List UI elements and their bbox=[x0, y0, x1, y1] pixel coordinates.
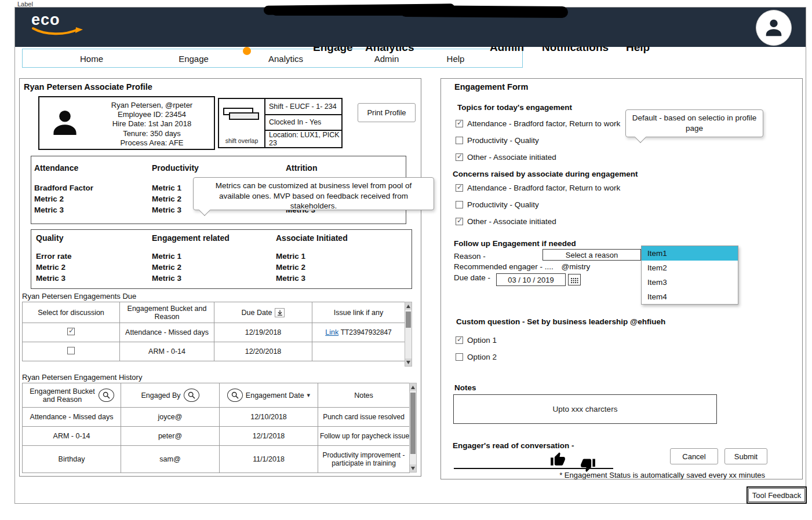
issue-ref: TT23947932847 bbox=[341, 328, 392, 336]
scroll-up-button[interactable] bbox=[405, 302, 412, 310]
reason-dropdown: Item1 Item2 Item3 Item4 bbox=[641, 246, 738, 305]
option-checkbox[interactable] bbox=[456, 336, 463, 344]
thumbs-up-button[interactable] bbox=[550, 452, 566, 470]
sort-caret-icon[interactable]: ▾ bbox=[307, 391, 311, 399]
metric-col-header: Associate Initiated bbox=[276, 233, 348, 243]
vertical-scrollbar[interactable] bbox=[409, 383, 417, 473]
history-notes-cell: Punch card issue resolved bbox=[318, 408, 410, 427]
submit-button[interactable]: Submit bbox=[724, 448, 767, 464]
nav-tab-analytics[interactable]: Analytics bbox=[268, 54, 303, 64]
due-date-input[interactable]: 03 / 10 / 2019 bbox=[496, 273, 566, 286]
due-date-value: 03 / 10 / 2019 bbox=[508, 276, 554, 284]
metric-item: Metric 3 bbox=[34, 204, 93, 215]
due-issue-cell: Link TT23947932847 bbox=[312, 323, 405, 342]
notes-textarea[interactable]: Upto xxx charcters bbox=[453, 394, 717, 424]
shift-overlap-sketch-icon bbox=[221, 104, 264, 127]
nav-remnant: Notifications bbox=[542, 46, 617, 55]
due-bucket-cell: ARM - 0-14 bbox=[120, 342, 214, 361]
option-label: Option 1 bbox=[467, 336, 497, 345]
nav-tab-engage[interactable]: Engage bbox=[179, 54, 209, 64]
history-notes-cell: Productivity improvement - participate i… bbox=[318, 446, 410, 473]
nav-tab-help[interactable]: Help bbox=[447, 54, 465, 64]
due-header-bucket[interactable]: Engagement Bucket and Reason bbox=[120, 302, 214, 323]
history-engaged-by-cell: joyce@ bbox=[121, 408, 220, 427]
nav-tab-home[interactable]: Home bbox=[80, 54, 103, 64]
due-header-duedate[interactable]: Due Date bbox=[214, 302, 312, 323]
thumbs-down-icon bbox=[580, 457, 596, 473]
metric-col-header: Quality bbox=[36, 233, 72, 243]
topic-checkbox[interactable] bbox=[456, 137, 463, 144]
main-nav: Home Engage Analytics Admin Help bbox=[22, 49, 523, 68]
reason-select[interactable]: Select a reason bbox=[542, 249, 641, 261]
dropdown-item[interactable]: Item4 bbox=[642, 290, 738, 304]
history-date-cell: 11/1/2018 bbox=[220, 446, 318, 473]
scroll-down-button[interactable] bbox=[410, 464, 416, 472]
due-header-select[interactable]: Select for discussion bbox=[23, 302, 120, 323]
history-header-notes[interactable]: Notes bbox=[318, 383, 410, 408]
notes-heading: Notes bbox=[454, 383, 476, 392]
row-checkbox[interactable] bbox=[67, 328, 75, 335]
metric-item: Metric 1 bbox=[152, 182, 199, 193]
history-notes-cell: Follow up for paycheck issue bbox=[318, 427, 410, 446]
follow-up-heading: Follow up Engagement if needed bbox=[454, 239, 576, 248]
scrollbar-thumb[interactable] bbox=[410, 393, 416, 454]
concern-label: Attendance - Bradford factor, Return to … bbox=[467, 184, 620, 192]
scroll-down-button[interactable] bbox=[405, 358, 412, 366]
nav-remnant: Analytics bbox=[365, 46, 423, 55]
history-header-engaged-by[interactable]: Engaged By bbox=[121, 383, 220, 408]
history-header-date[interactable]: Engagement Date ▾ bbox=[220, 383, 318, 408]
calendar-grid-icon bbox=[570, 276, 578, 283]
scrollbar-thumb[interactable] bbox=[406, 312, 411, 328]
recommended-engager-value[interactable]: @mistry bbox=[562, 262, 591, 271]
metric-col-header: Attendance bbox=[34, 163, 93, 173]
search-icon[interactable] bbox=[227, 389, 243, 402]
engagement-history-table: Engagement Bucket and Reason Engaged By bbox=[22, 383, 410, 473]
issue-link[interactable]: Link bbox=[325, 328, 338, 336]
history-header-bucket[interactable]: Engagement Bucket and Reason bbox=[23, 383, 121, 408]
topic-checkbox[interactable] bbox=[456, 153, 463, 161]
dropdown-item[interactable]: Item2 bbox=[642, 261, 738, 275]
topics-heading: Topics for today's engagement bbox=[457, 103, 572, 112]
concern-checkbox[interactable] bbox=[456, 184, 463, 192]
engagements-due-title: Ryan Petersen Engagements Due bbox=[22, 292, 136, 301]
concern-checkbox[interactable] bbox=[456, 201, 463, 208]
search-icon[interactable] bbox=[99, 389, 114, 402]
print-profile-button[interactable]: Print Profile bbox=[358, 103, 416, 122]
topic-checkbox[interactable] bbox=[456, 120, 463, 127]
calendar-button[interactable] bbox=[568, 274, 581, 285]
user-icon bbox=[763, 17, 785, 39]
shift-card: shift overlap Shift - EUCF - 1- 234 Cloc… bbox=[218, 98, 343, 148]
metric-item: Metric 2 bbox=[152, 193, 199, 204]
search-icon[interactable] bbox=[184, 389, 199, 402]
nav-tab-admin[interactable]: Admin bbox=[374, 54, 399, 64]
read-underline bbox=[454, 468, 613, 469]
due-header-issue[interactable]: Issue link if any bbox=[312, 302, 405, 323]
due-select-cell[interactable] bbox=[23, 342, 120, 361]
eco-logo[interactable]: eco bbox=[31, 11, 83, 37]
dropdown-item[interactable]: Item3 bbox=[642, 275, 738, 290]
avatar[interactable] bbox=[756, 10, 792, 46]
metrics-tooltip: Metrics can be customized at business le… bbox=[193, 177, 434, 210]
due-select-cell[interactable] bbox=[23, 323, 120, 342]
history-bucket-cell: ARM - 0-14 bbox=[23, 427, 121, 446]
dropdown-item[interactable]: Item1 bbox=[642, 246, 738, 261]
metrics-tooltip-text: Metrics can be customized at business le… bbox=[194, 178, 434, 210]
cancel-button[interactable]: Cancel bbox=[670, 448, 718, 464]
history-bucket-cell: Attendance - Missed days bbox=[23, 408, 121, 427]
sort-down-icon[interactable] bbox=[275, 308, 285, 317]
row-checkbox[interactable] bbox=[67, 347, 75, 354]
topic-label: Attendance - Bradford factor, Return to … bbox=[467, 119, 620, 128]
profile-panel-title: Ryan Petersen Associate Profile bbox=[24, 82, 152, 91]
history-header-date-label: Engagement Date bbox=[246, 391, 304, 400]
option-checkbox[interactable] bbox=[456, 353, 463, 361]
history-header-engaged-by-label: Engaged By bbox=[141, 391, 180, 400]
associate-avatar-icon bbox=[49, 107, 81, 139]
scroll-up-button[interactable] bbox=[410, 383, 416, 391]
vertical-scrollbar[interactable] bbox=[405, 302, 412, 367]
page: Label eco Home Engage Analytics Admin He… bbox=[0, 0, 812, 520]
engagement-form-title: Engagement Form bbox=[454, 82, 528, 91]
concern-checkbox[interactable] bbox=[456, 218, 463, 225]
reason-label: Reason - bbox=[454, 252, 486, 261]
concern-label: Productivity - Quality bbox=[467, 200, 539, 209]
tool-feedback-button[interactable]: Tool Feedback bbox=[748, 488, 805, 502]
